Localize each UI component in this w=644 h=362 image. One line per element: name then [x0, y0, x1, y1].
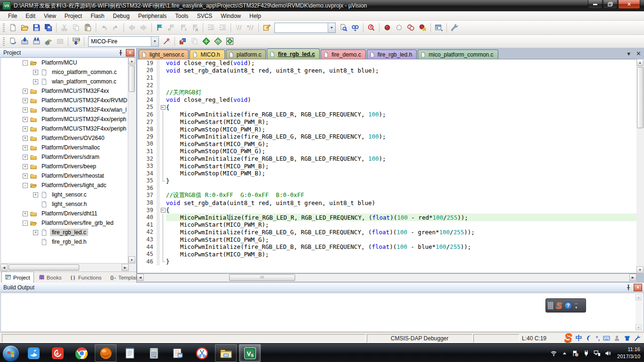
bookmark-margin[interactable] — [157, 192, 160, 199]
code-text[interactable]: MicoPwmStart(MICO_PWM_B); — [166, 162, 636, 170]
pin-icon[interactable] — [624, 284, 633, 291]
copy-icon[interactable] — [70, 22, 82, 33]
tree-item-Platform/Drivers/rheostat[interactable]: +Platform/Drivers/rheostat — [1, 171, 128, 181]
code-text[interactable]: void close_reg_led(void) — [166, 96, 636, 104]
code-line[interactable]: 31 MicoPwmStop(MICO_PWM_G); — [137, 148, 636, 155]
bookmark-margin[interactable] — [157, 125, 160, 133]
tree-item-Platform/MCU/STM32F4xx/wlan_l[interactable]: +Platform/MCU/STM32F4xx/wlan_l — [1, 105, 128, 115]
expand-toggle[interactable]: + — [23, 107, 28, 113]
tree-item-wlan_platform_common.c[interactable]: +wlan_platform_common.c — [1, 77, 128, 86]
expand-toggle[interactable]: + — [23, 211, 28, 216]
tree-item-Platform/Drivers/beep[interactable]: +Platform/Drivers/beep — [1, 162, 128, 171]
bookmark-margin[interactable] — [157, 184, 160, 192]
code-text[interactable]: MicoPwmStart(MICO_PWM_R); — [166, 118, 636, 126]
minimize-widget-icon[interactable]: — — [575, 301, 578, 305]
start-button[interactable] — [2, 345, 19, 362]
action-center-icon[interactable] — [572, 350, 579, 357]
code-line[interactable]: 37//设置RGB值 R:0-0xFF G:0-0xFF B:0-0xFF — [137, 192, 636, 199]
code-line[interactable]: 19void close_reg_led(void); — [137, 59, 636, 67]
volume-icon[interactable] — [604, 350, 611, 357]
menu-svcs[interactable]: SVCS — [193, 12, 217, 20]
bookmark-margin[interactable] — [157, 258, 160, 265]
scroll-thumb[interactable] — [637, 67, 644, 128]
scroll-up-icon[interactable]: ▲ — [128, 58, 135, 65]
taskbar-notes[interactable] — [167, 344, 189, 362]
build-icon[interactable] — [19, 36, 31, 47]
pack-installer-icon[interactable] — [224, 36, 236, 47]
expand-toggle[interactable]: + — [23, 98, 28, 103]
code-text[interactable]: MicoPwmInitialize(fire_RGB_LED_R, RGB_LE… — [166, 111, 636, 118]
menu-tools[interactable]: Tools — [171, 12, 193, 20]
taskbar-clock[interactable]: 11:16 2017/3/10 — [617, 346, 640, 360]
help-icon[interactable]: ? — [564, 302, 572, 310]
tree-item-light_sensor.c[interactable]: +light_sensor.c — [1, 190, 128, 199]
expand-toggle[interactable]: + — [23, 155, 28, 160]
flash-download-icon[interactable]: LOAD — [70, 36, 82, 47]
sogou-ime-widget[interactable]: S ? — ▼ — [545, 298, 586, 313]
code-text[interactable]: MicoPwmStart(MICO_PWM_R); — [166, 221, 636, 229]
scroll-down-icon[interactable]: ▼ — [636, 266, 644, 273]
code-line[interactable]: 23//关闭RGB灯 — [137, 89, 636, 96]
bookmark-margin[interactable] — [157, 170, 160, 177]
panel-tab-books[interactable]: Books — [35, 272, 66, 283]
close-button[interactable]: × — [618, 0, 640, 9]
code-line[interactable]: 42 MicoPwmInitialize(fire_RGB_LED_G, RGB… — [137, 229, 636, 236]
tree-vertical-scrollbar[interactable]: ▲ ▼ — [128, 58, 135, 263]
code-editor[interactable]: 19void close_reg_led(void);20void set_rg… — [137, 59, 636, 273]
tree-item-Platform/Drivers/sdram[interactable]: +Platform/Drivers/sdram — [1, 152, 128, 162]
chinese-mode-icon[interactable]: 中 — [576, 334, 582, 343]
soft-keyboard-icon[interactable] — [603, 335, 610, 342]
tree-item-Platform/MCU/STM32F4xx/periph[interactable]: +Platform/MCU/STM32F4xx/periph — [1, 124, 128, 133]
insert-bookmark-icon[interactable] — [154, 22, 165, 33]
code-text[interactable]: void set_rgb_data(uint8_t red, uint8_t g… — [166, 67, 636, 74]
hidden-icons-icon[interactable] — [561, 350, 568, 357]
wifi-icon[interactable] — [550, 350, 557, 357]
tab-list-dropdown-icon[interactable]: ▼ — [626, 51, 631, 57]
editor-horizontal-scrollbar[interactable]: ◀ ▶ — [137, 274, 636, 281]
tree-item-Platform/Drivers/fire_grb_led[interactable]: -Platform/Drivers/fire_grb_led — [1, 218, 128, 228]
code-text[interactable] — [166, 82, 636, 89]
menu-debug[interactable]: Debug — [109, 12, 134, 20]
code-line[interactable]: 28 MicoPwmStop(MICO_PWM_R); — [137, 125, 636, 133]
code-text[interactable]: MicoPwmStart(MICO_PWM_G); — [166, 140, 636, 148]
code-line[interactable]: 22 — [137, 82, 636, 89]
expand-toggle[interactable]: + — [23, 117, 28, 122]
expand-toggle[interactable]: + — [33, 70, 38, 75]
sogou-logo-icon[interactable]: S — [564, 331, 572, 344]
code-line[interactable]: 33 MicoPwmStart(MICO_PWM_B); — [137, 162, 636, 170]
code-text[interactable] — [166, 74, 636, 82]
menu-flash[interactable]: Flash — [86, 12, 108, 20]
save-all-icon[interactable] — [42, 22, 54, 33]
bookmark-margin[interactable] — [157, 206, 160, 214]
close-panel-icon[interactable]: × — [634, 284, 642, 291]
tree-horizontal-scrollbar[interactable]: ◀ ▶ — [0, 264, 129, 271]
tree-item-Platform/MCU/STM32F4xx/RVMD[interactable]: +Platform/MCU/STM32F4xx/RVMD — [1, 96, 128, 105]
bookmark-margin[interactable] — [157, 111, 160, 118]
menu-project[interactable]: Project — [60, 12, 86, 20]
bookmark-margin[interactable] — [157, 155, 160, 163]
bookmark-margin[interactable] — [157, 236, 160, 243]
taskbar-notepad[interactable] — [119, 344, 140, 362]
build-output-scrollbar[interactable]: ▲ ▼ — [636, 294, 642, 330]
select-software-packs-icon[interactable] — [212, 36, 224, 47]
code-line[interactable]: 26 MicoPwmInitialize(fire_RGB_LED_R, RGB… — [137, 111, 636, 118]
prev-bookmark-icon[interactable] — [165, 22, 177, 33]
tree-item-Platform/Drivers/OV2640[interactable]: +Platform/Drivers/OV2640 — [1, 133, 128, 143]
bookmark-margin[interactable] — [157, 82, 160, 89]
comment-icon[interactable] — [233, 22, 245, 33]
code-line[interactable]: 21 — [137, 74, 636, 82]
taskbar-calculator[interactable] — [143, 344, 165, 362]
skin-icon[interactable] — [624, 335, 631, 342]
code-line[interactable]: 45 MicoPwmStart(MICO_PWM_B); — [137, 250, 636, 258]
new-file-icon[interactable] — [7, 22, 19, 33]
bookmark-margin[interactable] — [157, 67, 160, 74]
menu-help[interactable]: Help — [245, 12, 265, 20]
menu-peripherals[interactable]: Peripherals — [134, 12, 171, 20]
tree-item-Platform/MCU/STM32F4xx/periph[interactable]: +Platform/MCU/STM32F4xx/periph — [1, 115, 128, 124]
toggle-breakpoint-icon[interactable] — [381, 22, 393, 33]
chevron-down-icon[interactable]: ▼ — [151, 37, 158, 46]
tree-item-Platform/Drivers/dht11[interactable]: +Platform/Drivers/dht11 — [1, 209, 128, 218]
restore-button[interactable] — [603, 0, 618, 9]
taskbar-uvision[interactable]: V5 — [239, 344, 261, 362]
navigate-forward-icon[interactable] — [138, 22, 149, 33]
